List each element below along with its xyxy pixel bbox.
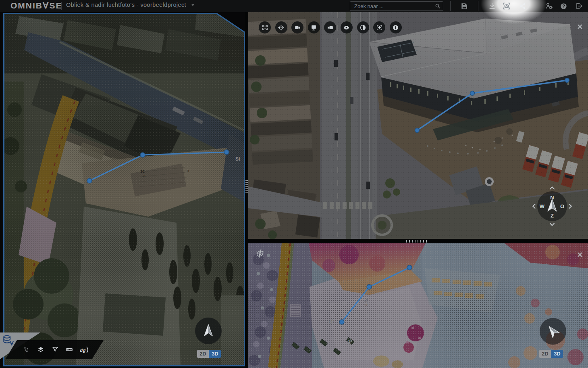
divider-grip-vertical[interactable] bbox=[245, 180, 248, 194]
help-icon bbox=[560, 2, 567, 10]
search-icon bbox=[434, 3, 441, 9]
info-button[interactable] bbox=[390, 21, 402, 33]
measure-button[interactable] bbox=[65, 345, 73, 353]
toggle-2d[interactable]: 2D bbox=[539, 350, 551, 358]
screenshot-camera-icon bbox=[503, 2, 511, 10]
contrast-icon bbox=[359, 24, 366, 31]
user-settings-icon bbox=[545, 2, 553, 10]
download-icon bbox=[488, 2, 496, 10]
share-button[interactable] bbox=[518, 1, 528, 11]
app-window: 3C A 3 St bbox=[0, 0, 588, 368]
chevron-down-icon bbox=[190, 2, 195, 8]
measure-vertex[interactable] bbox=[87, 178, 92, 183]
screenshot-button[interactable] bbox=[502, 1, 511, 11]
elevation-imagery: 3C 3A 50 P bbox=[248, 243, 588, 368]
dimension-toggle-3d-panel: 2D 3D bbox=[197, 350, 221, 358]
visibility-button[interactable] bbox=[341, 21, 353, 33]
close-icon bbox=[576, 23, 584, 30]
logout-icon bbox=[575, 2, 583, 10]
divider bbox=[61, 2, 62, 10]
save-icon bbox=[460, 2, 468, 10]
expand-button[interactable] bbox=[259, 21, 271, 33]
viewport-elevation-pointcloud[interactable]: 3C 3A 50 P bbox=[248, 243, 588, 368]
search-input[interactable] bbox=[350, 1, 443, 11]
rotate-left-icon[interactable] bbox=[531, 203, 538, 210]
measure-vertex[interactable] bbox=[407, 265, 412, 270]
measure-vertex[interactable] bbox=[470, 91, 475, 96]
filter-icon bbox=[52, 346, 59, 353]
download-button[interactable] bbox=[487, 1, 497, 11]
compass-elevation[interactable] bbox=[540, 318, 566, 345]
close-elevation-panel-button[interactable] bbox=[576, 251, 584, 259]
save-button[interactable] bbox=[459, 1, 469, 11]
oblique-toolbar bbox=[259, 21, 402, 33]
toggle-3d[interactable]: 3D bbox=[551, 350, 563, 358]
top-bar: OMNIB∀SE Obliek & nadir luchtfoto's - vo… bbox=[0, 0, 588, 12]
logout-button[interactable] bbox=[574, 1, 584, 11]
target-icon bbox=[278, 24, 285, 31]
database-icon bbox=[2, 335, 15, 347]
compass-east: O bbox=[560, 203, 564, 209]
dg-button[interactable]: dg bbox=[79, 345, 89, 353]
map-label: 3C bbox=[140, 169, 145, 174]
layers-button[interactable] bbox=[37, 345, 45, 353]
measure-vertex[interactable] bbox=[140, 153, 145, 157]
divider bbox=[450, 1, 451, 11]
video-camera-icon bbox=[294, 24, 301, 31]
focus-button[interactable] bbox=[373, 21, 385, 33]
compass-3d[interactable] bbox=[195, 318, 222, 344]
info-icon bbox=[392, 24, 399, 31]
contrast-button[interactable] bbox=[357, 21, 369, 33]
measure-vertex[interactable] bbox=[565, 78, 569, 83]
toggle-2d[interactable]: 2D bbox=[197, 350, 209, 358]
measure-vertex[interactable] bbox=[415, 128, 420, 133]
help-button[interactable] bbox=[559, 1, 569, 11]
ruler-icon bbox=[66, 346, 73, 353]
toggle-3d[interactable]: 3D bbox=[209, 350, 221, 358]
video-camera-button[interactable] bbox=[291, 21, 303, 33]
focus-icon bbox=[376, 24, 383, 31]
street-label: St bbox=[235, 156, 240, 162]
display-button[interactable] bbox=[308, 21, 320, 33]
divider bbox=[478, 1, 478, 11]
compass-rose[interactable]: N O Z W bbox=[526, 180, 578, 232]
close-icon bbox=[576, 251, 584, 258]
expand-icon bbox=[262, 24, 268, 31]
svg-text:dg: dg bbox=[80, 347, 85, 353]
north-arrow-icon bbox=[544, 198, 560, 214]
measure-vertex[interactable] bbox=[367, 284, 372, 289]
target-button[interactable] bbox=[275, 21, 287, 33]
pointcloud-icon bbox=[23, 346, 30, 353]
measure-vertex[interactable] bbox=[224, 150, 229, 155]
camcorder-icon bbox=[327, 24, 334, 31]
map-label: A bbox=[143, 174, 145, 178]
filter-button[interactable] bbox=[51, 345, 59, 353]
user-settings-button[interactable] bbox=[544, 1, 554, 11]
project-title: Obliek & nadir luchtfoto's - voorbeeldpr… bbox=[66, 2, 186, 8]
viewport-3d-pointcloud[interactable]: 3C A 3 St bbox=[3, 13, 245, 366]
rotate-right-icon[interactable] bbox=[567, 203, 574, 210]
north-arrow-icon bbox=[542, 320, 563, 342]
share-icon bbox=[519, 2, 527, 10]
display-icon bbox=[310, 24, 317, 31]
layers-icon bbox=[37, 346, 44, 353]
rotate-up-icon[interactable] bbox=[549, 185, 556, 192]
rotate-down-icon[interactable] bbox=[549, 221, 556, 228]
dimension-toggle-elevation-panel: 2D 3D bbox=[539, 350, 563, 358]
map-label: 3 bbox=[187, 169, 189, 173]
pointcloud-imagery: 3C A 3 St bbox=[3, 13, 245, 366]
eye-icon bbox=[343, 24, 350, 31]
measure-vertex[interactable] bbox=[339, 320, 344, 324]
omnibase-logo: OMNIB∀SE bbox=[10, 1, 62, 10]
dg-logo-icon: dg bbox=[79, 346, 89, 354]
project-selector[interactable]: Obliek & nadir luchtfoto's - voorbeeldpr… bbox=[66, 2, 195, 8]
north-arrow-icon bbox=[201, 323, 216, 339]
divider-grip-horizontal[interactable] bbox=[406, 240, 428, 243]
search-box bbox=[350, 1, 443, 11]
close-oblique-panel-button[interactable] bbox=[576, 23, 584, 31]
pointcloud-settings-button[interactable] bbox=[22, 345, 30, 353]
